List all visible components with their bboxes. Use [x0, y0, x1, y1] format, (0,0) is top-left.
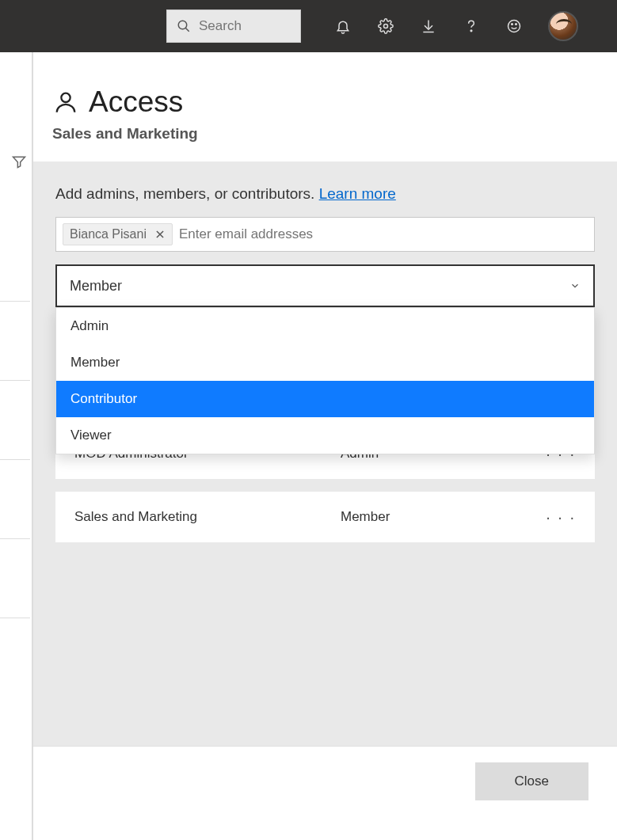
email-input[interactable]: [179, 226, 588, 242]
download-button[interactable]: [407, 6, 450, 46]
notifications-button[interactable]: [322, 6, 364, 46]
close-button[interactable]: Close: [475, 762, 588, 800]
access-panel: Access Sales and Marketing Add admins, m…: [32, 52, 617, 840]
person-icon: [52, 89, 79, 116]
role-dropdown: AdminMemberContributorViewer: [55, 307, 595, 454]
avatar[interactable]: [548, 11, 578, 41]
role-option-admin[interactable]: Admin: [56, 308, 594, 344]
more-options-button[interactable]: · · ·: [536, 508, 576, 526]
svg-point-7: [61, 93, 70, 102]
panel-subtitle: Sales and Marketing: [52, 125, 592, 143]
smile-icon: [506, 18, 522, 34]
svg-point-3: [470, 30, 472, 32]
svg-point-4: [508, 21, 520, 32]
search-box[interactable]: [166, 10, 301, 43]
svg-point-0: [178, 21, 187, 29]
role-selected-label: Member: [70, 278, 122, 295]
learn-more-link[interactable]: Learn more: [319, 185, 396, 202]
role-option-contributor[interactable]: Contributor: [56, 381, 594, 417]
instruction-text: Add admins, members, or contributors. Le…: [55, 185, 595, 203]
svg-point-6: [516, 24, 517, 25]
role-select[interactable]: Member: [55, 264, 595, 307]
people-input[interactable]: Bianca Pisani: [55, 217, 595, 252]
bell-icon: [335, 18, 351, 34]
help-button[interactable]: [450, 6, 493, 46]
cell-name: Sales and Marketing: [74, 509, 341, 525]
question-icon: [463, 18, 479, 34]
topbar: [0, 0, 617, 52]
panel-title: Access: [89, 86, 183, 119]
close-icon: [154, 229, 166, 240]
filter-icon: [11, 154, 27, 169]
svg-point-5: [512, 24, 513, 25]
settings-button[interactable]: [364, 6, 407, 46]
download-icon: [421, 18, 436, 34]
svg-point-2: [384, 25, 388, 29]
feedback-button[interactable]: [493, 6, 535, 46]
search-icon: [177, 19, 191, 33]
chip-label: Bianca Pisani: [70, 227, 147, 241]
person-chip: Bianca Pisani: [63, 223, 173, 245]
gear-icon: [378, 18, 394, 34]
role-option-viewer[interactable]: Viewer: [56, 417, 594, 454]
svg-line-1: [185, 28, 189, 32]
cell-permission: Member: [341, 509, 536, 525]
search-input[interactable]: [199, 18, 291, 34]
remove-chip-button[interactable]: [154, 229, 166, 240]
chevron-down-icon: [569, 280, 581, 291]
role-option-member[interactable]: Member: [56, 344, 594, 381]
table-row: Sales and MarketingMember· · ·: [55, 492, 595, 542]
